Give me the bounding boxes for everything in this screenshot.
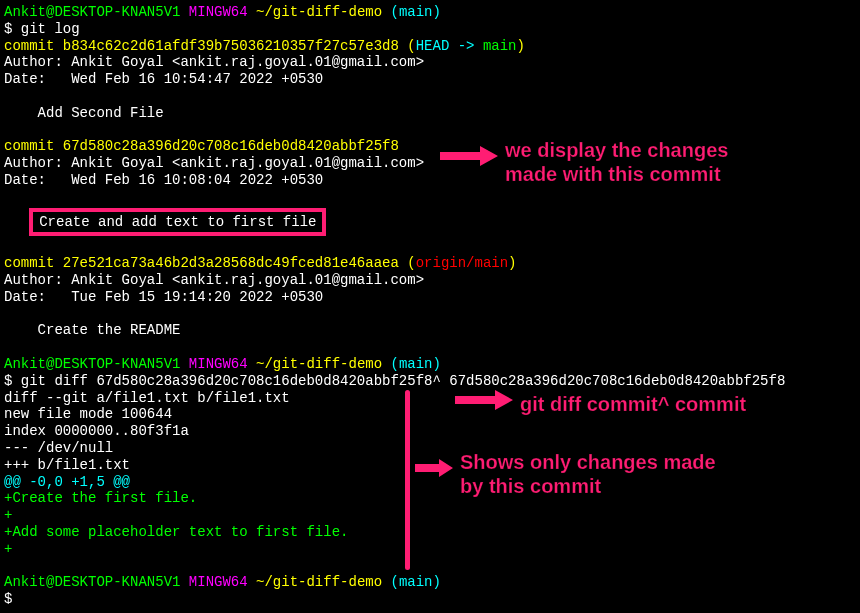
author-line: Author: Ankit Goyal <ankit.raj.goyal.01@… <box>4 272 856 289</box>
annotation-2: git diff commit^ commit <box>520 392 746 416</box>
diff-old: --- /dev/null <box>4 440 856 457</box>
prompt-line: Ankit@DESKTOP-KNAN5V1 MINGW64 ~/git-diff… <box>4 356 856 373</box>
highlighted-commit-msg: Create and add text to first file <box>4 206 856 239</box>
diff-add: +Add some placeholder text to first file… <box>4 524 856 541</box>
arrow-icon <box>440 144 500 168</box>
prompt-path: ~/git-diff-demo <box>256 4 382 20</box>
annotation-1: we display the changes made with this co… <box>505 138 728 186</box>
prompt-sys: MINGW64 <box>189 4 248 20</box>
prompt-branch: (main) <box>391 4 441 20</box>
author-line: Author: Ankit Goyal <ankit.raj.goyal.01@… <box>4 54 856 71</box>
diff-add: + <box>4 541 856 558</box>
diff-index: index 0000000..80f3f1a <box>4 423 856 440</box>
vertical-line <box>405 390 410 570</box>
prompt-line: Ankit@DESKTOP-KNAN5V1 MINGW64 ~/git-diff… <box>4 4 856 21</box>
svg-marker-2 <box>415 459 453 477</box>
commit-msg: Add Second File <box>4 105 856 122</box>
prompt-line: Ankit@DESKTOP-KNAN5V1 MINGW64 ~/git-diff… <box>4 574 856 591</box>
command-empty[interactable]: $ <box>4 591 856 608</box>
annotation-3: Shows only changes made by this commit <box>460 450 716 498</box>
date-line: Date: Wed Feb 16 10:54:47 2022 +0530 <box>4 71 856 88</box>
commit-line: commit b834c62c2d61afdf39b75036210357f27… <box>4 38 856 55</box>
command-git-log[interactable]: $ git log <box>4 21 856 38</box>
commit-line: commit 27e521ca73a46b2d3a28568dc49fced81… <box>4 255 856 272</box>
date-line: Date: Tue Feb 15 19:14:20 2022 +0530 <box>4 289 856 306</box>
svg-marker-1 <box>455 390 513 410</box>
commit-msg: Create the README <box>4 322 856 339</box>
arrow-icon <box>415 458 455 478</box>
command-git-diff[interactable]: $ git diff 67d580c28a396d20c708c16deb0d8… <box>4 373 856 390</box>
arrow-icon <box>455 388 515 412</box>
prompt-user: Ankit@DESKTOP-KNAN5V1 <box>4 4 180 20</box>
svg-marker-0 <box>440 146 498 166</box>
diff-add: +Create the first file. <box>4 490 856 507</box>
diff-add: + <box>4 507 856 524</box>
